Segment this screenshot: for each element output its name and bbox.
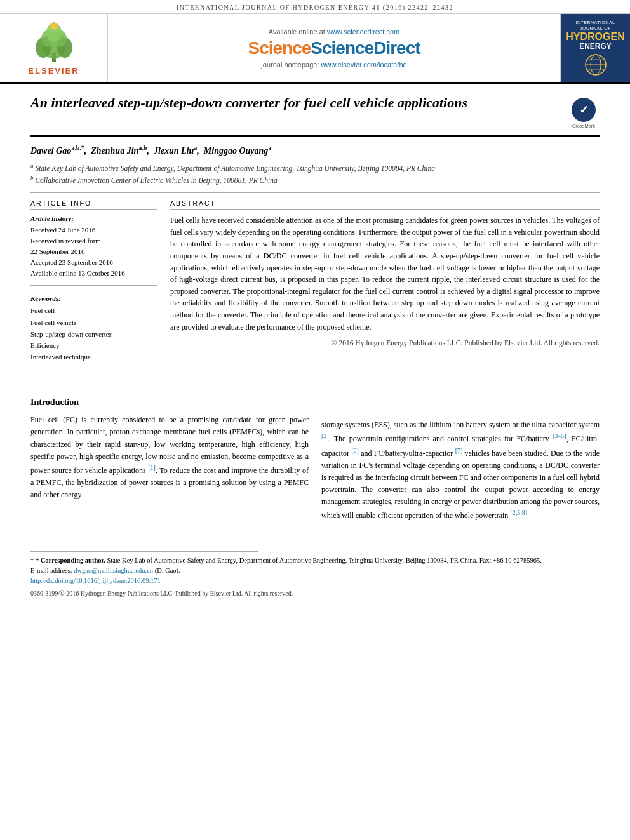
svg-point-7 xyxy=(50,23,58,29)
hydrogen-energy-text: ENERGY xyxy=(579,42,612,51)
footer-section: * * Corresponding author. State Key Lab … xyxy=(30,542,600,599)
main-content: An interleaved step-up/step-down convert… xyxy=(0,84,630,609)
ref-2[interactable]: [2] xyxy=(321,432,329,439)
footnote-corresponding: * * Corresponding author. State Key Lab … xyxy=(30,556,600,566)
author-dawei-gao[interactable]: Dawei Gao xyxy=(30,146,71,156)
introduction-right-text: storage systems (ESS), such as the lithi… xyxy=(321,419,600,523)
hydrogen-energy-logo: International Journal of HYDROGEN ENERGY xyxy=(560,14,630,82)
abstract-heading: Abstract xyxy=(170,199,600,210)
email-link[interactable]: dwgao@mail.tsinghua.edu.cn xyxy=(74,567,153,574)
footnote-divider xyxy=(30,551,258,552)
authors-section: Dawei Gaoa,b,*, Zhenhua Jina,b, Jiexun L… xyxy=(30,143,600,186)
article-info-heading: Article Info xyxy=(30,199,158,210)
ref-3-5[interactable]: [3–5] xyxy=(553,432,566,439)
crossmark-badge: ✓ CrossMark xyxy=(568,98,600,129)
publisher-bar: ELSEVIER Available online at www.science… xyxy=(0,14,630,84)
sciencedirect-url[interactable]: www.sciencedirect.com xyxy=(327,28,399,36)
abstract-text: Fuel cells have received considerable at… xyxy=(170,215,600,349)
article-title: An interleaved step-up/step-down convert… xyxy=(30,94,568,112)
ref-1[interactable]: [1] xyxy=(148,464,156,471)
introduction-section: Introduction Fuel cell (FC) is currently… xyxy=(30,397,600,523)
elsevier-logo: ELSEVIER xyxy=(0,14,108,82)
elsevier-tree-icon xyxy=(25,21,83,64)
globe-icon xyxy=(584,53,607,76)
keyword-converter: Step-up/step-down converter xyxy=(30,328,158,340)
sciencedirect-logo: ScienceScienceDirect xyxy=(248,38,420,58)
divider-intro xyxy=(30,378,600,378)
corresponding-label: * Corresponding author. xyxy=(36,557,105,564)
author-zhenhua-jin[interactable]: Zhenhua Jin xyxy=(91,146,138,156)
keyword-fuel-cell-vehicle: Fuel cell vehicle xyxy=(30,317,158,328)
introduction-left: Introduction Fuel cell (FC) is currently… xyxy=(30,397,309,523)
issn-line: 0360-3199/© 2016 Hydrogen Energy Publica… xyxy=(30,589,600,599)
copyright-line: © 2016 Hydrogen Energy Publications LLC.… xyxy=(170,338,600,349)
journal-homepage-text: journal homepage: www.elsevier.com/locat… xyxy=(261,61,406,69)
divider-keywords xyxy=(30,285,158,286)
divider-1 xyxy=(30,192,600,193)
affiliation-b: b Collaborative Innovation Center of Ele… xyxy=(30,174,600,186)
ref-6[interactable]: [6] xyxy=(351,447,359,454)
history-revised-label: Received in revised form xyxy=(30,236,158,246)
crossmark-icon: ✓ xyxy=(572,98,596,122)
abstract-column: Abstract Fuel cells have received consid… xyxy=(170,199,600,363)
ref-2-5-8[interactable]: [2,5,8] xyxy=(510,509,527,516)
crossmark-label: CrossMark xyxy=(572,123,595,129)
affiliations: a State Key Lab of Automotive Safety and… xyxy=(30,162,600,186)
history-revised-date: 22 September 2016 xyxy=(30,246,158,257)
corresponding-star: * xyxy=(30,557,36,564)
history-received: Received 24 June 2016 xyxy=(30,225,158,236)
publisher-center-info: Available online at www.sciencedirect.co… xyxy=(108,14,560,82)
keyword-fuel-cell: Fuel cell xyxy=(30,305,158,316)
doi-link[interactable]: http://dx.doi.org/10.1016/j.ijhydene.201… xyxy=(30,577,161,584)
article-info-column: Article Info Article history: Received 2… xyxy=(30,199,158,363)
article-history-label: Article history: xyxy=(30,215,158,222)
keywords-label: Keywords: xyxy=(30,295,158,302)
journal-header: International Journal of Hydrogen Energy… xyxy=(0,0,630,14)
introduction-right: storage systems (ESS), such as the lithi… xyxy=(321,397,600,523)
keyword-efficiency: Efficiency xyxy=(30,340,158,351)
keyword-interleaved: Interleaved technique xyxy=(30,351,158,363)
corresponding-text: State Key Lab of Automotive Safety and E… xyxy=(107,557,541,564)
authors-list: Dawei Gaoa,b,*, Zhenhua Jina,b, Jiexun L… xyxy=(30,143,600,158)
journal-homepage-url[interactable]: www.elsevier.com/locate/he xyxy=(321,61,407,69)
elsevier-brand-text: ELSEVIER xyxy=(28,66,79,76)
introduction-heading: Introduction xyxy=(30,397,309,408)
introduction-left-text: Fuel cell (FC) is currently considered t… xyxy=(30,414,309,501)
history-accepted: Accepted 23 September 2016 xyxy=(30,257,158,268)
keywords-section: Keywords: Fuel cell Fuel cell vehicle St… xyxy=(30,295,158,363)
author-minggao-ouyang[interactable]: Minggao Ouyang xyxy=(204,146,269,156)
available-online-text: Available online at www.sciencedirect.co… xyxy=(269,28,399,36)
history-available: Available online 13 October 2016 xyxy=(30,268,158,279)
footnote-email: E-mail address: dwgao@mail.tsinghua.edu.… xyxy=(30,566,600,576)
hydrogen-h-text: HYDROGEN xyxy=(566,31,624,43)
journal-header-text: International Journal of Hydrogen Energy… xyxy=(177,4,453,11)
hydrogen-intl-text: International Journal of xyxy=(565,20,626,31)
author-jiexun-liu[interactable]: Jiexun Liu xyxy=(154,146,194,156)
footnote-doi: http://dx.doi.org/10.1016/j.ijhydene.201… xyxy=(30,576,600,586)
affiliation-a: a State Key Lab of Automotive Safety and… xyxy=(30,162,600,174)
article-body: Article Info Article history: Received 2… xyxy=(30,199,600,363)
article-title-section: An interleaved step-up/step-down convert… xyxy=(30,94,600,137)
ref-7[interactable]: [7] xyxy=(455,447,463,454)
